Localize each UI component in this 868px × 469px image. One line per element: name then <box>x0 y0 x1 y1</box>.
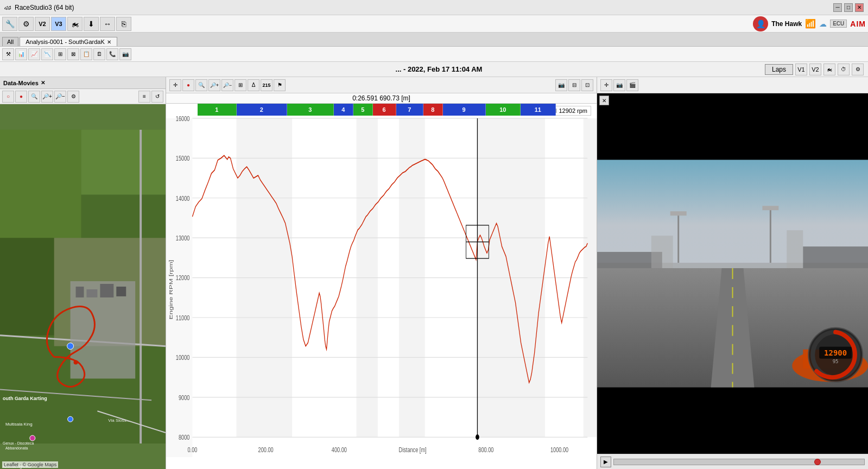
chart-tool-zoom[interactable]: 🔍 <box>195 79 207 91</box>
chart-tool-delta[interactable]: Δ <box>248 79 259 91</box>
header-icon2[interactable]: V2 <box>809 64 821 75</box>
tool-download[interactable]: ⬇ <box>84 17 99 31</box>
sector-1[interactable]: 1 <box>198 104 237 116</box>
maximize-button[interactable]: □ <box>844 3 853 12</box>
main-content: Data-Movies ✕ ○ ● 🔍 🔎+ 🔎− ⚙ ≡ ↺ <box>0 77 868 469</box>
svg-rect-70 <box>803 246 868 268</box>
tab-close-icon[interactable]: ✕ <box>107 39 111 45</box>
tb2-tool9[interactable]: 📞 <box>106 48 118 60</box>
video-tool-video[interactable]: 🎬 <box>626 79 638 91</box>
map-tool-settings[interactable]: ⚙ <box>67 91 79 103</box>
date-label: ... - 2022, Feb 17 11:04 AM <box>113 65 765 73</box>
sector-5[interactable]: 5 <box>353 104 373 116</box>
chart-tool-photo[interactable]: 📷 <box>555 79 567 91</box>
chart-tool-fit[interactable]: ⊞ <box>235 79 246 91</box>
header-icon5[interactable]: ⚙ <box>852 64 864 75</box>
play-button[interactable]: ▶ <box>600 457 611 467</box>
video-tool-photo[interactable]: 📷 <box>613 79 625 91</box>
svg-rect-78 <box>762 206 778 210</box>
tool-gear[interactable]: ⚙ <box>18 17 34 31</box>
sector-bar: 1 2 3 4 5 6 7 8 9 10 11 <box>198 104 587 116</box>
tab-all[interactable]: All <box>2 37 18 46</box>
svg-point-59 <box>476 434 479 440</box>
laps-button[interactable]: Laps <box>765 64 793 75</box>
tool-upload[interactable]: ↔ <box>100 17 115 31</box>
tool-wrench[interactable]: 🔧 <box>2 17 17 31</box>
tb2-tool7[interactable]: 📋 <box>80 48 92 60</box>
tb2-tool10[interactable]: 📷 <box>119 48 131 60</box>
tool-v3[interactable]: V3 <box>51 17 66 31</box>
svg-text:9000: 9000 <box>179 394 189 401</box>
svg-text:11000: 11000 <box>176 314 190 321</box>
chart-container[interactable]: 1 2 3 4 5 6 7 8 9 10 11 Engine RPM 12902… <box>166 104 597 469</box>
sector-10[interactable]: 10 <box>486 104 521 116</box>
svg-text:95: 95 <box>833 359 839 364</box>
map-tool-zoom-out[interactable]: 🔎− <box>54 91 66 103</box>
panel-title: Data-Movies <box>3 80 39 86</box>
tb2-tool4[interactable]: 📉 <box>41 48 53 60</box>
progress-thumb[interactable] <box>814 459 821 465</box>
tb2-tool3[interactable]: 📈 <box>28 48 40 60</box>
sector-2[interactable]: 2 <box>237 104 287 116</box>
header-icon4[interactable]: ⏱ <box>838 64 850 75</box>
panel-close-icon[interactable]: ✕ <box>41 80 45 86</box>
map-tool-layers[interactable]: ≡ <box>138 91 150 103</box>
map-tool-record-on[interactable]: ● <box>15 91 27 103</box>
toolbar2: ⚒ 📊 📈 📉 ⊞ ⊠ 📋 🗓 📞 📷 <box>0 47 868 62</box>
video-playbar: ▶ <box>597 454 868 469</box>
svg-text:Multisala King: Multisala King <box>5 422 33 427</box>
svg-text:800.00: 800.00 <box>478 446 493 454</box>
map-tool-search[interactable]: 🔍 <box>28 91 40 103</box>
chart-tool-speed[interactable]: 215 <box>261 79 273 91</box>
chart-tool-flag[interactable]: ⚑ <box>274 79 286 91</box>
chart-tool-expand[interactable]: ⊡ <box>581 79 593 91</box>
chart-tool-cursor[interactable]: ✛ <box>169 79 181 91</box>
wifi-icon: 📶 <box>805 18 816 29</box>
chart-tool-table[interactable]: ⊟ <box>568 79 580 91</box>
header-icon3[interactable]: 🏍 <box>823 64 835 75</box>
chart-tool-zoomout[interactable]: 🔎− <box>221 79 233 91</box>
tb2-tool1[interactable]: ⚒ <box>2 48 14 60</box>
map-tool-record-off[interactable]: ○ <box>2 91 14 103</box>
tab-analysis[interactable]: Analysis-0001 - SouthGardaK ✕ <box>20 37 117 46</box>
tb2-tool6[interactable]: ⊠ <box>67 48 79 60</box>
svg-text:16000: 16000 <box>176 115 190 122</box>
tabbar: All Analysis-0001 - SouthGardaK ✕ <box>0 33 868 47</box>
tool-share[interactable]: ⎘ <box>116 17 131 31</box>
sector-9[interactable]: 9 <box>443 104 486 116</box>
close-button[interactable]: ✕ <box>855 3 864 12</box>
svg-text:14000: 14000 <box>176 194 190 202</box>
progress-bar[interactable] <box>613 459 865 465</box>
chart-tool-record[interactable]: ● <box>182 79 194 91</box>
tool-bike[interactable]: 🏍 <box>67 17 83 31</box>
sector-6[interactable]: 6 <box>373 104 396 116</box>
sector-7[interactable]: 7 <box>396 104 423 116</box>
tool-v2[interactable]: V2 <box>35 17 50 31</box>
map-area[interactable]: outh Garda Karting Multisala King Genux … <box>0 104 166 469</box>
sector-11[interactable]: 11 <box>521 104 556 116</box>
chart-toolbar: ✛ ● 🔍 🔎+ 🔎− ⊞ Δ 215 ⚑ 📷 ⊟ ⊡ <box>166 77 597 93</box>
tb2-tool8[interactable]: 🗓 <box>93 48 105 60</box>
sector-8[interactable]: 8 <box>423 104 443 116</box>
tb2-tool2[interactable]: 📊 <box>15 48 27 60</box>
svg-text:200.00: 200.00 <box>258 446 274 454</box>
svg-point-14 <box>67 343 74 350</box>
user-area: 👤 The Hawk 📶 ☁ ECU AIM <box>753 16 866 31</box>
map-tool-zoom-in[interactable]: 🔎+ <box>41 91 53 103</box>
sector-3[interactable]: 3 <box>287 104 334 116</box>
minimize-button[interactable]: ─ <box>833 3 842 12</box>
svg-text:1000.00: 1000.00 <box>550 446 568 454</box>
header-icon1[interactable]: V1 <box>795 64 807 75</box>
video-close-button[interactable]: ✕ <box>599 96 609 105</box>
svg-text:400.00: 400.00 <box>332 446 347 454</box>
map-tool-refresh[interactable]: ↺ <box>151 91 163 103</box>
svg-rect-77 <box>670 211 687 216</box>
tb2-tool5[interactable]: ⊞ <box>54 48 66 60</box>
progress-fill <box>614 459 814 465</box>
sector-4[interactable]: 4 <box>334 104 353 116</box>
chart-tool-zoomin[interactable]: 🔎+ <box>208 79 220 91</box>
video-toolbar: ✛ 📷 🎬 <box>597 77 868 93</box>
video-tool-cursor[interactable]: ✛ <box>600 79 612 91</box>
chart-toolbar-right: 📷 ⊟ ⊡ <box>555 79 593 91</box>
svg-text:8000: 8000 <box>179 433 189 441</box>
